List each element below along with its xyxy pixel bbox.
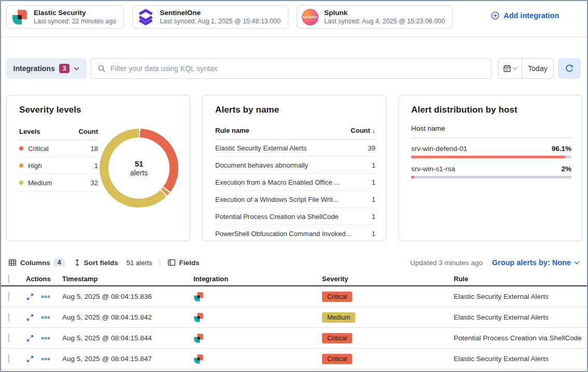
alerts-by-name-row[interactable]: Execution of a Windows Script File Writ.… xyxy=(215,191,375,208)
column-header-rule-name: Rule name xyxy=(215,127,249,134)
alerts-table-header: Actions Timestamp Integration Severity R… xyxy=(1,272,587,286)
columns-label: Columns xyxy=(20,259,50,267)
add-integration-button[interactable]: Add integration xyxy=(491,11,559,20)
alerts-by-name-row[interactable]: Elastic Security External Alerts 39 xyxy=(215,140,375,157)
host-row[interactable]: srv-win-s1-rsa 2% xyxy=(411,165,571,178)
expand-alert-icon[interactable] xyxy=(26,334,34,342)
refresh-icon xyxy=(565,64,574,73)
summary-panels: Severity levels Levels Count Critical 18… xyxy=(6,95,582,241)
severity-row-critical[interactable]: Critical 18 xyxy=(19,140,98,157)
severity-count: 18 xyxy=(91,145,98,153)
alert-timestamp: Aug 5, 2025 @ 08:04:15.847 xyxy=(62,355,193,363)
header-timestamp[interactable]: Timestamp xyxy=(62,275,193,283)
severity-dot xyxy=(19,163,23,168)
more-actions-icon[interactable] xyxy=(41,296,50,298)
integration-card-sentinelone[interactable]: SentinelOne Last synced: Aug 1, 2025 @ 1… xyxy=(132,5,288,29)
severity-badge: Critical xyxy=(322,292,352,302)
integration-status-bar: Elastic Security Last synced: 22 minutes… xyxy=(1,1,587,37)
alerts-toolbar: Columns 4 Sort fields 51 alerts Fields U… xyxy=(8,255,580,270)
elastic-security-logo-icon xyxy=(11,8,29,26)
fields-button[interactable]: Fields xyxy=(167,258,200,267)
alerts-by-name-row-clipped[interactable]: PowerShell Obfuscation Command Invoked..… xyxy=(215,225,375,241)
alert-row[interactable]: Aug 5, 2025 @ 08:04:15.836 Critical Elas… xyxy=(1,286,587,307)
columns-count-badge: 4 xyxy=(54,258,65,267)
search-icon xyxy=(97,64,106,73)
expand-alert-icon[interactable] xyxy=(26,355,34,363)
integration-card-elastic-security[interactable]: Elastic Security Last synced: 22 minutes… xyxy=(6,5,124,29)
fields-panel-icon xyxy=(167,258,176,267)
severity-row-high[interactable]: High 1 xyxy=(19,157,98,174)
more-actions-icon[interactable] xyxy=(41,358,50,360)
sort-desc-icon: ↓ xyxy=(372,127,376,134)
group-alerts-by-button[interactable]: Group alerts by: None xyxy=(492,258,580,267)
integrations-filter-button[interactable]: Integrations 3 xyxy=(6,58,87,79)
row-checkbox[interactable] xyxy=(8,313,9,322)
date-range-today-button[interactable]: Today xyxy=(522,59,553,78)
select-all-checkbox[interactable] xyxy=(8,274,9,283)
column-header-count-sort[interactable]: Count ↓ xyxy=(351,127,375,134)
total-alerts-label: alerts xyxy=(130,169,148,177)
host-bar-fill xyxy=(411,156,565,158)
severity-donut-chart[interactable]: 51 alerts xyxy=(100,129,178,208)
integration-card-splunk[interactable]: splunk> Splunk Last synced: Aug 4, 2025 … xyxy=(297,5,453,29)
severity-legend-table: Levels Count Critical 18 High 1 xyxy=(19,125,98,208)
host-percent: 2% xyxy=(561,165,571,173)
add-integration-label: Add integration xyxy=(503,11,559,20)
updated-timestamp: Updated 3 minutes ago xyxy=(410,259,483,267)
integration-last-synced: Last synced: Aug 1, 2025 @ 15:48:13.000 xyxy=(160,17,281,25)
rule-name: Execution of a Windows Script File Writ.… xyxy=(215,196,338,203)
sort-fields-button[interactable]: Sort fields xyxy=(74,258,118,267)
header-rule[interactable]: Rule xyxy=(454,275,587,283)
severity-count: 32 xyxy=(91,179,98,187)
alert-count-label: 51 alerts xyxy=(127,259,152,267)
row-checkbox[interactable] xyxy=(8,292,9,301)
integration-elastic-security-icon xyxy=(193,354,322,364)
host-bar-track xyxy=(411,176,571,178)
rule-count: 1 xyxy=(372,161,375,169)
divider xyxy=(160,258,160,267)
header-actions: Actions xyxy=(26,275,62,283)
column-header-levels: Levels xyxy=(19,128,40,135)
date-picker-menu-button[interactable] xyxy=(498,59,522,78)
more-actions-icon[interactable] xyxy=(41,337,50,339)
splunk-logo-icon: splunk> xyxy=(301,8,319,26)
rule-name: Elastic Security External Alerts xyxy=(215,144,306,152)
more-actions-icon[interactable] xyxy=(41,316,50,319)
severity-row-medium[interactable]: Medium 32 xyxy=(19,174,98,191)
column-header-count: Count xyxy=(78,128,98,135)
header-severity[interactable]: Severity xyxy=(322,275,454,283)
alert-row[interactable]: Aug 5, 2025 @ 08:04:15.842 Medium Elasti… xyxy=(1,307,587,328)
alerts-by-name-row[interactable]: Potential Process Creation via ShellCode… xyxy=(215,208,375,225)
row-checkbox[interactable] xyxy=(8,334,9,342)
integrations-count-badge: 3 xyxy=(59,64,70,73)
expand-alert-icon[interactable] xyxy=(26,313,34,322)
column-header-count: Count xyxy=(351,127,370,134)
integration-name: SentinelOne xyxy=(160,8,281,17)
alerts-by-name-panel: Alerts by name Rule name Count ↓ Elastic… xyxy=(202,95,386,241)
panel-title: Severity levels xyxy=(19,105,179,115)
kql-filter-input[interactable] xyxy=(110,64,485,73)
severity-levels-panel: Severity levels Levels Count Critical 18… xyxy=(6,95,190,241)
severity-label: Critical xyxy=(28,145,49,153)
host-row[interactable]: srv-win-defend-01 96.1% xyxy=(411,145,571,158)
severity-label: Medium xyxy=(28,179,52,187)
alert-rule: Elastic Security External Alerts xyxy=(454,293,587,300)
alerts-table: Actions Timestamp Integration Severity R… xyxy=(1,272,587,371)
severity-badge: Medium xyxy=(322,312,355,323)
host-bar-track xyxy=(411,156,571,158)
alerts-by-name-row[interactable]: Execution from a Macro Enabled Office ..… xyxy=(215,174,375,191)
alert-timestamp: Aug 5, 2025 @ 08:04:15.844 xyxy=(62,334,193,342)
sentinelone-logo-icon xyxy=(137,8,155,26)
alert-row[interactable]: Aug 5, 2025 @ 08:04:15.847 Critical Elas… xyxy=(1,349,587,369)
columns-button[interactable]: Columns 4 xyxy=(8,258,65,267)
chevron-down-icon xyxy=(74,67,79,71)
alerts-by-name-row[interactable]: Document behaves abnormally 1 xyxy=(215,157,375,174)
kql-search-box[interactable] xyxy=(91,58,492,79)
refresh-button[interactable] xyxy=(558,58,581,79)
alert-row[interactable]: Aug 5, 2025 @ 08:04:15.844 Critical Pote… xyxy=(1,328,587,349)
row-checkbox[interactable] xyxy=(8,354,9,363)
header-integration[interactable]: Integration xyxy=(193,275,322,283)
expand-alert-icon[interactable] xyxy=(26,293,34,301)
splunk-logo-text: splunk> xyxy=(303,15,317,19)
panel-title: Alert distribution by host xyxy=(411,105,571,115)
